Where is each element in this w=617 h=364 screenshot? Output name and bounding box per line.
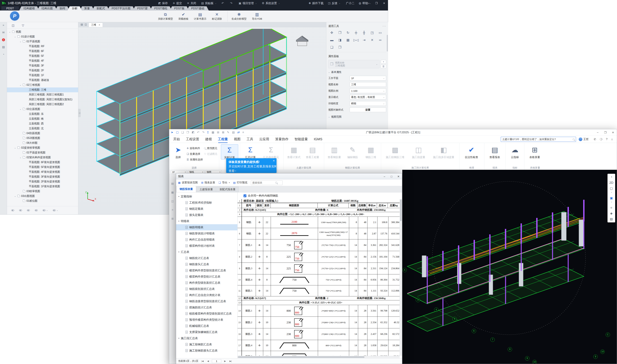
- close-project-button[interactable]: ✕关闭⌄: [187, 1, 196, 5]
- checkbox-checked-icon[interactable]: [244, 195, 246, 197]
- visibility-settings-icon[interactable]: ⌄: [53, 209, 58, 211]
- more-icon[interactable]: ···: [383, 25, 386, 28]
- menu-tab[interactable]: 算量协作: [275, 136, 288, 143]
- ribbon-tab[interactable]: PDST基础: [187, 6, 209, 11]
- split-tool[interactable]: ╪: [353, 30, 359, 35]
- rail-notification-badge[interactable]: 1: [2, 38, 5, 41]
- first-page-button[interactable]: |◀: [201, 360, 204, 362]
- property-filter-button[interactable]: ☰: [381, 65, 386, 68]
- property-control[interactable]: 设置⌄: [350, 107, 386, 112]
- search-icon[interactable]: [573, 138, 575, 140]
- match-prop-tool[interactable]: ❑: [329, 45, 335, 50]
- tree-item[interactable]: ⌄ 平面视图: 6F: [7, 49, 78, 54]
- report-tree-item[interactable]: ▾ 楼层构件类型级别直径汇总表: [176, 267, 237, 273]
- view-report-button[interactable]: ▤ 查看报表: [486, 144, 503, 159]
- report-tree-item[interactable]: ▾ 钢筋明细表: [176, 224, 237, 230]
- report-tab[interactable]: 钢筋报表量: [176, 186, 196, 192]
- report-tree-item[interactable]: ▾ 构件汇总信息分类统计表: [176, 292, 237, 298]
- clipboard-button[interactable]: ▤剪贴板⌄: [201, 1, 217, 5]
- close-button[interactable]: ✕: [380, 0, 388, 6]
- table-row[interactable]: 3 构件名称: KZ1[445] 构件数量: 6 本构件钢筋重: 250.606…: [238, 208, 400, 212]
- basic-props-section[interactable]: ⌄基本属性: [328, 69, 386, 75]
- tree-columns-icon[interactable]: ◫: [12, 24, 14, 27]
- tree-item[interactable]: ⌄ 02竖向构件提资视图: [7, 155, 78, 160]
- plugin-download-button[interactable]: ❖插件下载⌄: [308, 1, 323, 5]
- table-row[interactable]: 8 箍筋.2 Φ 8 750: [238, 251, 400, 263]
- table-row[interactable]: 17 箍筋.4 Φ 10: [238, 340, 400, 351]
- home-view-widget[interactable]: [294, 34, 310, 47]
- tree-item[interactable]: ⌄ 平面视图: 1F竖向提资视图: [7, 184, 78, 189]
- copy-tool[interactable]: ❐: [337, 30, 343, 35]
- report-search-box[interactable]: [251, 181, 283, 185]
- sum-calc-icon[interactable]: Σ: [207, 131, 209, 134]
- orbit-tool[interactable]: ◔ ▾: [608, 175, 614, 179]
- maximize-button[interactable]: □: [388, 173, 395, 180]
- table-row[interactable]: 9 箍筋.3 Φ 14 750: [238, 263, 400, 274]
- nav-drawing-icon[interactable]: ▤: [171, 182, 174, 185]
- highlight-icon[interactable]: ⌄: [35, 209, 38, 211]
- view-visibility-icon[interactable]: ⌄: [43, 209, 48, 211]
- batch-select-button[interactable]: ❏批量选择: [187, 152, 203, 156]
- report-tree-item[interactable]: ▾ 预埋件楼层构件类型统计表: [176, 317, 237, 323]
- report-tree-item[interactable]: ▾ 施工段钢筋汇总表: [176, 341, 237, 348]
- tree-item[interactable]: ⌄ 平面视图: 2F竖向提资视图: [7, 179, 78, 184]
- report-tree-item[interactable]: ▾ 支撑梁加腋钢筋汇总表: [176, 329, 237, 335]
- submit-button[interactable]: ✈提交⌄: [173, 1, 182, 5]
- tree-item[interactable]: ⌄ 02三维视图: [7, 83, 78, 88]
- report-tree-item[interactable]: ▾ 施工段钢筋接头汇总表: [176, 348, 237, 354]
- table-row[interactable]: 13 构件位置: <3-25,C-225>;<8+25,C-225>: [238, 300, 400, 305]
- tree-item[interactable]: ⌄ 平面视图: 5F: [7, 54, 78, 58]
- system-settings-button[interactable]: ⚙系统设置⌄: [262, 1, 280, 5]
- tree-item[interactable]: ⌄ 平面视图: 3F: [7, 63, 78, 68]
- rail-message-icon[interactable]: ✉: [2, 31, 4, 34]
- tree-item[interactable]: ⌄ 平面视图: 3F竖向提资视图: [7, 174, 78, 179]
- tree-item[interactable]: ⌄ 局部三维视图: 局部三维视图1(复制1): [7, 97, 78, 102]
- redo-icon[interactable]: ↷: [202, 130, 204, 134]
- ribbon-tab[interactable]: 协同: [55, 6, 69, 11]
- theme-icon[interactable]: ⌂: [611, 138, 613, 141]
- viewtab-list-icon[interactable]: ▤: [81, 23, 83, 26]
- merge-rebar-option[interactable]: 合并同一构件内相同钢筋: [238, 192, 402, 199]
- tree-item[interactable]: ⌄ 平面视图: 4F竖向提资视图: [7, 169, 78, 174]
- property-control[interactable]: 三维⌄: [350, 82, 386, 87]
- load-check-button[interactable]: ✔ 荷载校核: [177, 11, 190, 22]
- rebar-3d-button[interactable]: ▦ 钢筋三维: [362, 144, 379, 159]
- property-control[interactable]: 1:100⌄: [350, 89, 386, 93]
- rotate-tool[interactable]: ↻: [345, 30, 351, 35]
- segment-rebar-3d-button[interactable]: ▩ 施工段钢筋三维: [383, 144, 407, 159]
- delete-tool[interactable]: ✕: [369, 38, 375, 42]
- view-quantity-button[interactable]: ▤ 查看工程量: [304, 144, 321, 159]
- select-button[interactable]: ➤ 选择: [171, 144, 185, 159]
- summary-selected-button[interactable]: Σ 汇总选中图元: [260, 144, 282, 159]
- report-tree-item[interactable]: ▾ 构件类型级别直径汇总表: [176, 280, 237, 286]
- doc-icon[interactable]: ▤: [232, 130, 235, 134]
- report-tree-item[interactable]: ▾ 明细表: [176, 218, 237, 224]
- table-row[interactable]: 5 钢筋 Φ 22 2100: [238, 217, 400, 228]
- ribbon-tab[interactable]: 分析: [67, 6, 82, 11]
- gxe-button[interactable]: 广小二⌄: [345, 1, 354, 5]
- report-search-input[interactable]: [252, 181, 274, 184]
- chevron-down-icon[interactable]: ⌄: [14, 36, 16, 38]
- move-tool[interactable]: ✜: [329, 30, 335, 35]
- view-rebar-quantity-button[interactable]: ▥ 查看钢筋量: [326, 144, 343, 159]
- tree-item[interactable]: ⌄ 03校审视图: [7, 189, 78, 194]
- report-tree-item[interactable]: ▾ 汇总表: [176, 249, 237, 255]
- tree-item[interactable]: ⌄ 01桩位图: [7, 199, 78, 203]
- ribbon-tab[interactable]: 装配式: [92, 6, 109, 11]
- table-calc-button[interactable]: ⊞ 表格算量: [526, 144, 543, 159]
- restore-button[interactable]: ❐: [602, 129, 609, 136]
- report-tree-item[interactable]: ▾ 工程技术经济指标: [176, 200, 237, 206]
- horizontal-scrollbar[interactable]: [238, 356, 400, 358]
- property-control[interactable]: 着色: 有光照，有材质⌄: [350, 95, 386, 99]
- ribbon-tab[interactable]: PDST板: [170, 6, 189, 11]
- hide-category-icon[interactable]: ⌄: [19, 209, 22, 211]
- view-report-tool[interactable]: ▤ ▾: [608, 217, 614, 221]
- table-row[interactable]: 11 箍筋.5 Φ 14: [238, 285, 400, 296]
- chevron-down-icon[interactable]: ⌄: [20, 40, 22, 43]
- tree-item[interactable]: ⌄ 03立面视图: [7, 107, 78, 112]
- table-row[interactable]: 18 箍筋.5 Φ 14: [238, 351, 400, 356]
- match-prop-region-tool[interactable]: ❒: [337, 45, 343, 50]
- 2d-view-tool[interactable]: 2D ▾: [608, 181, 614, 185]
- locate-icon[interactable]: ⊠: [222, 130, 224, 134]
- user-account[interactable]: 王哲: [579, 137, 589, 142]
